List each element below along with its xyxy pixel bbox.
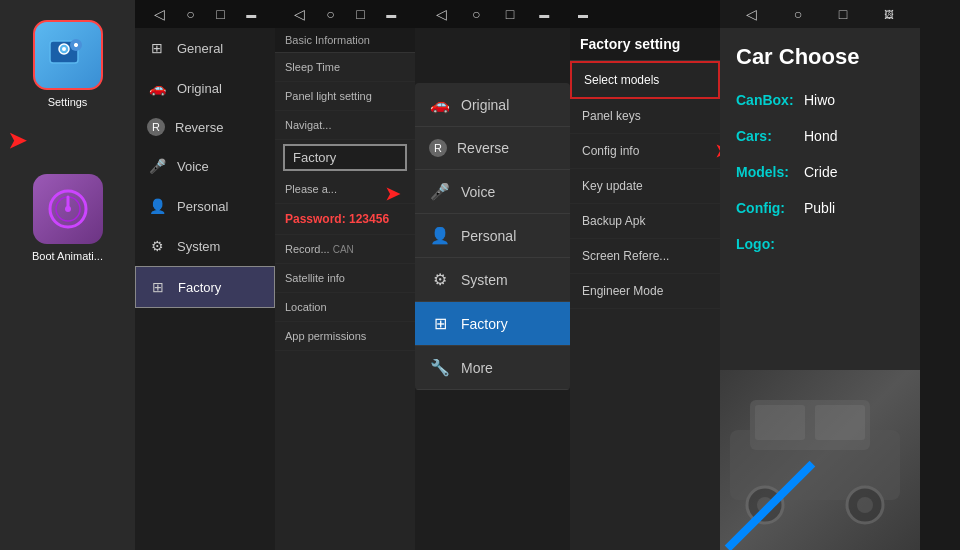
reverse-icon: R <box>147 118 165 136</box>
row-navigate: Navigat... <box>275 111 415 140</box>
dropdown-factory[interactable]: ⊞ Factory <box>415 302 570 346</box>
back-icon-6[interactable]: ◁ <box>746 6 757 22</box>
menu-personal[interactable]: 👤 Personal <box>135 186 275 226</box>
select-models-label: Select models <box>584 73 659 87</box>
signal-icon-5: ▬ <box>578 9 588 20</box>
settings-menu: ⊞ General 🚗 Original R Reverse 🎤 Voice 👤… <box>135 28 275 550</box>
engineer-label: Engineer Mode <box>582 284 663 298</box>
settings-icon <box>33 20 103 90</box>
dropdown-voice-label: Voice <box>461 184 495 200</box>
personal-icon: 👤 <box>147 196 167 216</box>
dropdown-voice[interactable]: 🎤 Voice <box>415 170 570 214</box>
row-satellite: Satellite info <box>275 264 415 293</box>
dropdown-original[interactable]: 🚗 Original <box>415 83 570 127</box>
personal-menu-icon: 👤 <box>429 226 451 245</box>
menu-factory[interactable]: ⊞ Factory ➤ <box>135 266 275 308</box>
factory-menu-icon: ⊞ <box>429 314 451 333</box>
dropdown-factory-label: Factory <box>461 316 508 332</box>
recent-icon-3[interactable]: □ <box>356 6 364 22</box>
panel-factory-settings: ▬ Factory setting Select models Panel ke… <box>570 0 720 550</box>
dropdown-system[interactable]: ⚙ System <box>415 258 570 302</box>
back-icon-2[interactable]: ◁ <box>154 6 165 22</box>
svg-point-2 <box>62 47 66 51</box>
menu-voice[interactable]: 🎤 Voice <box>135 146 275 186</box>
setting-select-models[interactable]: Select models <box>570 61 720 99</box>
personal-label: Personal <box>177 199 228 214</box>
setting-backup-apk[interactable]: Backup Apk <box>570 204 720 239</box>
canbox-row: CanBox: Hiwo <box>720 82 920 118</box>
original-label: Original <box>177 81 222 96</box>
models-label: Models: <box>736 164 796 180</box>
menu-reverse[interactable]: R Reverse <box>135 108 275 146</box>
models-value: Cride <box>804 164 837 180</box>
setting-config-info[interactable]: Config info ➤ <box>570 134 720 169</box>
config-info-label: Config info <box>582 144 639 158</box>
row-panel: Panel light setting <box>275 82 415 111</box>
nav-bar-4: ◁ ○ □ ▬ <box>415 0 570 28</box>
boot-icon <box>33 174 103 244</box>
cars-row: Cars: Hond <box>720 118 920 154</box>
menu-general[interactable]: ⊞ General <box>135 28 275 68</box>
dropdown-more-label: More <box>461 360 493 376</box>
home-icon-3[interactable]: ○ <box>326 6 334 22</box>
panel-content: ◁ ○ □ ▬ Basic Information Sleep Time Pan… <box>275 0 415 550</box>
password-row: Password: 123456 <box>275 204 415 235</box>
dropdown-system-label: System <box>461 272 508 288</box>
system-icon: ⚙ <box>147 236 167 256</box>
dropdown-personal[interactable]: 👤 Personal <box>415 214 570 258</box>
setting-key-update[interactable]: Key update <box>570 169 720 204</box>
setting-engineer[interactable]: Engineer Mode <box>570 274 720 309</box>
dropdown-reverse-label: Reverse <box>457 140 509 156</box>
dropdown-personal-label: Personal <box>461 228 516 244</box>
factory-dropdown: 🚗 Original R Reverse 🎤 Voice 👤 Personal … <box>415 83 570 390</box>
factory-box[interactable]: Factory <box>283 144 407 171</box>
cars-label: Cars: <box>736 128 796 144</box>
setting-screen-ref[interactable]: Screen Refere... <box>570 239 720 274</box>
dropdown-more[interactable]: 🔧 More <box>415 346 570 390</box>
menu-original[interactable]: 🚗 Original <box>135 68 275 108</box>
logo-label: Logo: <box>736 236 796 252</box>
menu-system[interactable]: ⚙ System <box>135 226 275 266</box>
panel-settings: ◁ ○ □ ▬ ⊞ General 🚗 Original R Reverse 🎤… <box>135 0 275 550</box>
voice-label: Voice <box>177 159 209 174</box>
home-icon-4[interactable]: ○ <box>472 6 480 22</box>
models-row: Models: Cride <box>720 154 920 190</box>
general-icon: ⊞ <box>147 38 167 58</box>
svg-rect-10 <box>755 405 805 440</box>
nav-bar-5: ▬ <box>570 0 720 28</box>
notif-icon-6: 🖼 <box>884 9 894 20</box>
signal-icon-3: ▬ <box>386 9 396 20</box>
car-choose-title: Car Choose <box>720 28 920 82</box>
logo-row: Logo: <box>720 226 920 262</box>
recent-icon-2[interactable]: □ <box>216 6 224 22</box>
back-icon-3[interactable]: ◁ <box>294 6 305 22</box>
system-menu-icon: ⚙ <box>429 270 451 289</box>
factory-icon: ⊞ <box>148 277 168 297</box>
system-label: System <box>177 239 220 254</box>
factory-label: Factory <box>178 280 221 295</box>
panel-factory-menu: ◁ ○ □ ▬ 🚗 Original R Reverse 🎤 Voice 👤 P… <box>415 0 570 550</box>
row-app-perms: App permissions <box>275 322 415 351</box>
recent-icon-6[interactable]: □ <box>839 6 847 22</box>
boot-app[interactable]: Boot Animati... <box>32 174 103 262</box>
dropdown-reverse[interactable]: R Reverse <box>415 127 570 170</box>
nav-bar-3: ◁ ○ □ ▬ <box>275 0 415 28</box>
boot-label: Boot Animati... <box>32 250 103 262</box>
home-icon-6[interactable]: ○ <box>794 6 802 22</box>
nav-bar-6: ◁ ○ □ 🖼 <box>720 0 920 28</box>
canbox-label: CanBox: <box>736 92 796 108</box>
home-icon-2[interactable]: ○ <box>186 6 194 22</box>
dropdown-original-label: Original <box>461 97 509 113</box>
general-label: General <box>177 41 223 56</box>
svg-point-4 <box>74 43 78 47</box>
content-header: Basic Information <box>275 28 415 53</box>
notif-icon-2: ▬ <box>246 9 256 20</box>
svg-point-15 <box>857 497 873 513</box>
back-icon-4[interactable]: ◁ <box>436 6 447 22</box>
canbox-value: Hiwo <box>804 92 835 108</box>
setting-panel-keys[interactable]: Panel keys <box>570 99 720 134</box>
voice-menu-icon: 🎤 <box>429 182 451 201</box>
recent-icon-4[interactable]: □ <box>506 6 514 22</box>
settings-app[interactable]: Settings <box>33 20 103 108</box>
voice-icon: 🎤 <box>147 156 167 176</box>
